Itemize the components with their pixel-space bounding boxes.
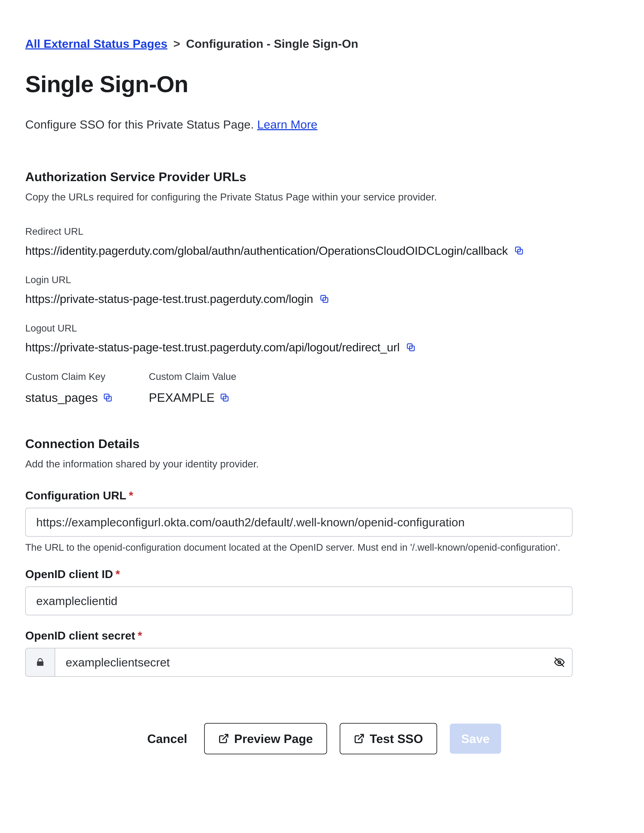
breadcrumb-current: Configuration - Single Sign-On xyxy=(186,36,358,52)
svg-line-12 xyxy=(223,735,228,740)
test-sso-button[interactable]: Test SSO xyxy=(340,723,437,754)
eye-off-icon xyxy=(554,656,565,668)
configuration-url-label: Configuration URL xyxy=(25,488,126,503)
client-id-group: OpenID client ID * xyxy=(25,566,619,615)
copy-icon[interactable] xyxy=(219,392,230,403)
lock-addon xyxy=(26,648,55,676)
external-link-icon xyxy=(354,733,365,744)
copy-icon[interactable] xyxy=(514,245,524,256)
custom-claim-row: Custom Claim Key status_pages Custom Cla… xyxy=(25,370,619,406)
save-button[interactable]: Save xyxy=(450,724,501,754)
breadcrumb-separator: > xyxy=(173,36,180,52)
custom-claim-key-label: Custom Claim Key xyxy=(25,370,113,383)
copy-icon[interactable] xyxy=(103,392,113,403)
required-indicator: * xyxy=(129,488,133,503)
client-id-label: OpenID client ID xyxy=(25,566,113,582)
custom-claim-key-block: Custom Claim Key status_pages xyxy=(25,370,113,406)
svg-line-13 xyxy=(358,735,363,740)
logout-url-value: https://private-status-page-test.trust.p… xyxy=(25,339,400,355)
auth-section-heading: Authorization Service Provider URLs xyxy=(25,168,619,185)
copy-icon[interactable] xyxy=(319,294,330,304)
redirect-url-block: Redirect URL https://identity.pagerduty.… xyxy=(25,225,619,259)
cancel-button[interactable]: Cancel xyxy=(143,724,191,754)
required-indicator: * xyxy=(116,566,120,582)
connection-subtext: Add the information shared by your ident… xyxy=(25,457,619,471)
required-indicator: * xyxy=(138,628,142,643)
lock-icon xyxy=(35,657,45,667)
toggle-secret-visibility-button[interactable] xyxy=(547,648,572,676)
copy-icon[interactable] xyxy=(406,342,416,352)
login-url-value: https://private-status-page-test.trust.p… xyxy=(25,291,313,307)
page-title: Single Sign-On xyxy=(25,69,619,100)
connection-heading: Connection Details xyxy=(25,435,619,452)
client-secret-group: OpenID client secret * xyxy=(25,628,619,677)
custom-claim-value-label: Custom Claim Value xyxy=(149,370,236,383)
logout-url-block: Logout URL https://private-status-page-t… xyxy=(25,322,619,355)
client-secret-label: OpenID client secret xyxy=(25,628,135,643)
logout-url-label: Logout URL xyxy=(25,322,619,334)
breadcrumb: All External Status Pages > Configuratio… xyxy=(25,36,619,52)
client-secret-input-wrap xyxy=(25,648,572,677)
preview-page-button[interactable]: Preview Page xyxy=(204,723,327,754)
configuration-url-group: Configuration URL * The URL to the openi… xyxy=(25,488,619,554)
page-subtitle-text: Configure SSO for this Private Status Pa… xyxy=(25,118,257,131)
custom-claim-value-block: Custom Claim Value PEXAMPLE xyxy=(149,370,236,406)
custom-claim-key-value: status_pages xyxy=(25,389,98,406)
configuration-url-input[interactable] xyxy=(25,508,572,537)
client-id-input[interactable] xyxy=(25,587,572,615)
external-link-icon xyxy=(218,733,229,744)
redirect-url-value: https://identity.pagerduty.com/global/au… xyxy=(25,243,508,259)
auth-section-subtext: Copy the URLs required for configuring t… xyxy=(25,190,619,204)
preview-page-label: Preview Page xyxy=(234,732,313,746)
page-subtitle: Configure SSO for this Private Status Pa… xyxy=(25,117,619,132)
redirect-url-label: Redirect URL xyxy=(25,225,619,238)
configuration-url-help: The URL to the openid-configuration docu… xyxy=(25,541,572,554)
login-url-label: Login URL xyxy=(25,273,619,286)
custom-claim-value-value: PEXAMPLE xyxy=(149,389,215,406)
test-sso-label: Test SSO xyxy=(370,732,423,746)
learn-more-link[interactable]: Learn More xyxy=(257,118,317,131)
client-secret-input[interactable] xyxy=(55,648,547,676)
login-url-block: Login URL https://private-status-page-te… xyxy=(25,273,619,307)
breadcrumb-back-link[interactable]: All External Status Pages xyxy=(25,36,167,52)
footer-actions: Cancel Preview Page Test SSO Sa xyxy=(25,723,619,754)
